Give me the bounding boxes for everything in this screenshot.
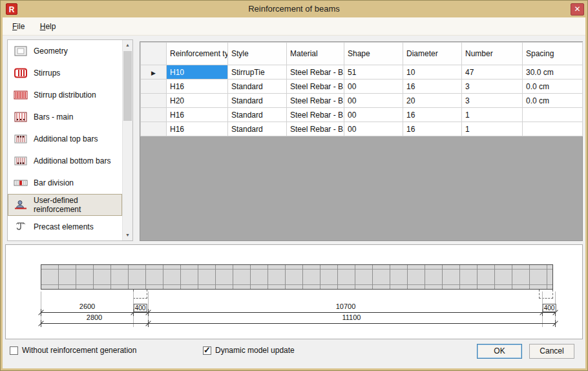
reinforcement-table: Reinforcement type Style Material Shape … bbox=[140, 42, 583, 136]
row-selector[interactable] bbox=[141, 65, 167, 80]
cell-material[interactable]: Steel Rebar - B... bbox=[287, 80, 344, 94]
cell-reinforcement-type[interactable]: H10 bbox=[167, 65, 228, 80]
additional-bottom-bars-icon bbox=[13, 156, 28, 166]
cell-reinforcement-type[interactable]: H16 bbox=[167, 80, 228, 94]
cell-style[interactable]: Standard bbox=[228, 80, 287, 94]
sidebar-item-bar-division[interactable]: Bar division bbox=[8, 172, 122, 194]
cell-number[interactable]: 1 bbox=[462, 108, 523, 122]
cell-spacing[interactable] bbox=[523, 122, 583, 136]
sidebar-item-label: Additional top bars bbox=[34, 134, 98, 143]
cell-number[interactable]: 3 bbox=[462, 94, 523, 108]
cell-diameter[interactable]: 16 bbox=[403, 80, 462, 94]
cell-reinforcement-type[interactable]: H20 bbox=[167, 94, 228, 108]
without-reinforcement-checkbox-group: Without reinforcement generation bbox=[10, 346, 136, 355]
column-header-diameter[interactable]: Diameter bbox=[403, 43, 462, 65]
title-bar: R Reinforcement of beams bbox=[1, 1, 587, 17]
cell-reinforcement-type[interactable]: H16 bbox=[167, 122, 228, 136]
sidebar-item-stirrup-distribution[interactable]: Stirrup distribution bbox=[8, 84, 122, 106]
cell-shape[interactable]: 00 bbox=[344, 94, 403, 108]
user-defined-reinforcement-icon bbox=[13, 200, 28, 210]
precast-elements-icon bbox=[13, 222, 28, 232]
cell-style[interactable]: Standard bbox=[228, 94, 287, 108]
cell-style[interactable]: Standard bbox=[228, 122, 287, 136]
row-selector[interactable] bbox=[141, 80, 167, 94]
cell-material[interactable]: Steel Rebar - B... bbox=[287, 108, 344, 122]
cell-material[interactable]: Steel Rebar - B... bbox=[287, 65, 344, 80]
cell-shape[interactable]: 00 bbox=[344, 108, 403, 122]
bar-division-icon bbox=[13, 178, 28, 188]
beam-drawing-panel: 2600 400 10700 400 2800 11100 bbox=[5, 244, 583, 339]
cell-spacing[interactable]: 0.0 cm bbox=[523, 80, 583, 94]
sidebar-item-user-defined-reinforcement[interactable]: User-defined reinforcement bbox=[8, 194, 122, 216]
cell-spacing[interactable]: 0.0 cm bbox=[523, 94, 583, 108]
cell-material[interactable]: Steel Rebar - B... bbox=[287, 94, 344, 108]
cell-reinforcement-type[interactable]: H16 bbox=[167, 108, 228, 122]
dimension-line-top bbox=[41, 312, 556, 313]
window-title: Reinforcement of beams bbox=[1, 1, 587, 17]
cell-number[interactable]: 1 bbox=[462, 122, 523, 136]
cell-diameter[interactable]: 16 bbox=[403, 122, 462, 136]
table-row: H16 Standard Steel Rebar - B... 00 16 3 … bbox=[141, 80, 583, 94]
dynamic-model-update-label[interactable]: Dynamic model update bbox=[215, 346, 295, 355]
cell-shape[interactable]: 51 bbox=[344, 65, 403, 80]
cell-number[interactable]: 47 bbox=[462, 65, 523, 80]
sidebar-item-additional-bottom-bars[interactable]: Additional bottom bars bbox=[8, 150, 122, 172]
reinforcement-grid-area: Reinforcement type Style Material Shape … bbox=[140, 41, 583, 241]
dim-tick bbox=[41, 309, 41, 316]
category-sidebar: Geometry Stirrups Stirrup distribution B… bbox=[7, 39, 133, 241]
dimension-line-bottom bbox=[41, 323, 556, 324]
cell-number[interactable]: 3 bbox=[462, 80, 523, 94]
ok-button[interactable]: OK bbox=[477, 344, 522, 359]
sidebar-item-bars-main[interactable]: Bars - main bbox=[8, 106, 122, 128]
dim-tick bbox=[148, 309, 149, 316]
column-header-shape[interactable]: Shape bbox=[344, 43, 403, 65]
column-header-material[interactable]: Material bbox=[287, 43, 344, 65]
scrollbar-thumb[interactable] bbox=[123, 51, 132, 121]
dimension-label: 2800 bbox=[85, 313, 104, 321]
column-header-number[interactable]: Number bbox=[462, 43, 523, 65]
left-support bbox=[133, 290, 147, 299]
dynamic-model-update-checkbox[interactable] bbox=[203, 346, 211, 355]
cell-shape[interactable]: 00 bbox=[344, 80, 403, 94]
sidebar-item-partial[interactable] bbox=[8, 238, 122, 240]
sidebar-item-additional-top-bars[interactable]: Additional top bars bbox=[8, 128, 122, 150]
scroll-down-icon[interactable]: ▼ bbox=[123, 230, 132, 240]
dimension-label: 400 bbox=[543, 304, 556, 312]
column-header-reinforcement-type[interactable]: Reinforcement type bbox=[167, 43, 228, 65]
close-icon[interactable] bbox=[571, 3, 584, 16]
sidebar-item-precast-elements[interactable]: Precast elements bbox=[8, 216, 122, 238]
cell-diameter[interactable]: 16 bbox=[403, 108, 462, 122]
cell-spacing[interactable] bbox=[523, 108, 583, 122]
reinforcement-of-beams-dialog: R Reinforcement of beams File Help Geome… bbox=[0, 0, 588, 371]
row-selector[interactable] bbox=[141, 108, 167, 122]
cell-style[interactable]: StirrupTie bbox=[228, 65, 287, 80]
cancel-button[interactable]: Cancel bbox=[529, 344, 574, 359]
scroll-up-icon[interactable]: ▲ bbox=[123, 40, 132, 50]
cell-shape[interactable]: 00 bbox=[344, 122, 403, 136]
row-selector-header[interactable] bbox=[141, 43, 167, 65]
dimension-label: 400 bbox=[134, 304, 147, 312]
sidebar-item-label: Stirrups bbox=[34, 69, 60, 78]
column-header-spacing[interactable]: Spacing bbox=[523, 43, 583, 65]
cell-material[interactable]: Steel Rebar - B... bbox=[287, 122, 344, 136]
without-reinforcement-checkbox[interactable] bbox=[10, 346, 18, 355]
cell-style[interactable]: Standard bbox=[228, 108, 287, 122]
sidebar-scrollbar[interactable]: ▲ ▼ bbox=[122, 40, 132, 240]
row-selector[interactable] bbox=[141, 122, 167, 136]
cell-diameter[interactable]: 10 bbox=[403, 65, 462, 80]
category-list: Geometry Stirrups Stirrup distribution B… bbox=[8, 40, 122, 240]
sidebar-item-stirrups[interactable]: Stirrups bbox=[8, 62, 122, 84]
without-reinforcement-label[interactable]: Without reinforcement generation bbox=[22, 346, 136, 355]
dimension-label: 10700 bbox=[334, 302, 358, 310]
sidebar-item-geometry[interactable]: Geometry bbox=[8, 40, 122, 62]
column-header-style[interactable]: Style bbox=[228, 43, 287, 65]
cell-spacing[interactable]: 30.0 cm bbox=[523, 65, 583, 80]
table-row: H20 Standard Steel Rebar - B... 00 20 3 … bbox=[141, 94, 583, 108]
cell-diameter[interactable]: 20 bbox=[403, 94, 462, 108]
menu-help[interactable]: Help bbox=[34, 17, 63, 35]
menu-file[interactable]: File bbox=[6, 17, 31, 35]
row-selector[interactable] bbox=[141, 94, 167, 108]
dynamic-model-update-checkbox-group: Dynamic model update bbox=[203, 346, 295, 355]
sidebar-item-label: User-defined reinforcement bbox=[34, 196, 121, 214]
geometry-icon bbox=[13, 46, 28, 56]
